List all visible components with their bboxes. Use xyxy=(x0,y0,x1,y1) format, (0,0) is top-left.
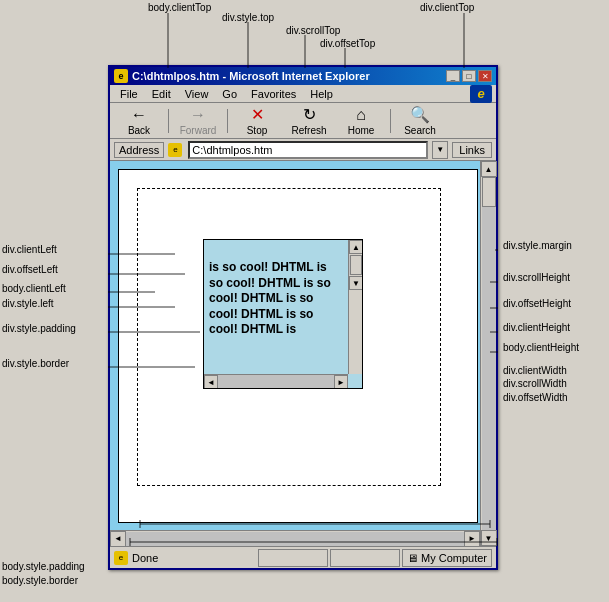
div-hscrollbar[interactable]: ◄ ► xyxy=(204,374,348,388)
toolbar-sep1 xyxy=(168,109,169,133)
inner-content: is so cool! DHTML is so cool! DHTML is s… xyxy=(118,169,478,523)
label-div-style-left: div.style.left xyxy=(2,298,54,309)
stop-label: Stop xyxy=(247,125,268,136)
label-div-scroll-top: div.scrollTop xyxy=(286,25,340,36)
vscroll-track xyxy=(349,255,362,275)
ie-logo: e xyxy=(470,85,492,103)
back-icon: ← xyxy=(131,106,147,124)
label-div-offset-height: div.offsetHeight xyxy=(503,298,571,309)
back-button[interactable]: ← Back xyxy=(114,106,164,136)
label-div-client-top2: div.clientTop xyxy=(420,2,474,13)
highlighted-div: is so cool! DHTML is so cool! DHTML is s… xyxy=(203,239,363,389)
links-button[interactable]: Links xyxy=(452,142,492,158)
title-bar-buttons: _ □ ✕ xyxy=(446,70,492,82)
refresh-button[interactable]: ↻ Refresh xyxy=(284,106,334,136)
label-body-client-height: body.clientHeight xyxy=(503,342,579,353)
address-bar: Address e C:\dhtmlpos.htm ▼ Links xyxy=(110,139,496,161)
browser-vscroll-track xyxy=(482,177,496,530)
hscroll-left-arrow[interactable]: ◄ xyxy=(204,375,218,389)
stop-button[interactable]: ✕ Stop xyxy=(232,106,282,136)
status-done: e Done xyxy=(114,551,158,565)
menu-edit[interactable]: Edit xyxy=(146,86,177,102)
forward-label: Forward xyxy=(180,125,217,136)
dashed-outer: is so cool! DHTML is so cool! DHTML is s… xyxy=(137,188,441,486)
label-body-client-top: body.clientTop xyxy=(148,2,211,13)
computer-label: My Computer xyxy=(421,552,487,564)
address-dropdown[interactable]: ▼ xyxy=(432,141,448,159)
minimize-button[interactable]: _ xyxy=(446,70,460,82)
vscroll-thumb[interactable] xyxy=(350,255,362,275)
address-favicon: e xyxy=(168,143,182,157)
label-div-style-border: div.style.border xyxy=(2,358,69,369)
browser-vscrollbar: ▲ ▼ xyxy=(480,161,496,546)
menu-file[interactable]: File xyxy=(114,86,144,102)
home-button[interactable]: ⌂ Home xyxy=(336,106,386,136)
label-body-client-left: body.clientLeft xyxy=(2,283,66,294)
title-text: C:\dhtmlpos.htm - Microsoft Internet Exp… xyxy=(132,70,370,82)
status-done-text: Done xyxy=(132,552,158,564)
label-div-offset-top: div.offsetTop xyxy=(320,38,375,49)
toolbar-sep2 xyxy=(227,109,228,133)
label-div-scroll-width: div.scrollWidth xyxy=(503,378,567,389)
label-div-client-width: div.clientWidth xyxy=(503,365,567,376)
stop-icon: ✕ xyxy=(251,105,264,124)
forward-button[interactable]: → Forward xyxy=(173,106,223,136)
menu-help[interactable]: Help xyxy=(304,86,339,102)
address-value: C:\dhtmlpos.htm xyxy=(192,144,272,156)
label-div-scroll-height: div.scrollHeight xyxy=(503,272,570,283)
close-button[interactable]: ✕ xyxy=(478,70,492,82)
search-icon: 🔍 xyxy=(410,105,430,124)
status-panel-2 xyxy=(330,549,400,567)
toolbar-sep3 xyxy=(390,109,391,133)
browser-hscroll-right[interactable]: ► xyxy=(464,531,480,547)
computer-icon: 🖥 xyxy=(407,552,418,564)
content-area: is so cool! DHTML is so cool! DHTML is s… xyxy=(110,161,496,541)
status-panel-1 xyxy=(258,549,328,567)
label-div-style-margin: div.style.margin xyxy=(503,240,572,251)
browser-vscroll-down[interactable]: ▼ xyxy=(481,530,497,546)
menu-view[interactable]: View xyxy=(179,86,215,102)
search-label: Search xyxy=(404,125,436,136)
label-div-client-height: div.clientHeight xyxy=(503,322,570,333)
maximize-button[interactable]: □ xyxy=(462,70,476,82)
address-label-text: Address xyxy=(114,142,164,158)
div-vscrollbar[interactable]: ▲ ▼ xyxy=(348,240,362,374)
home-label: Home xyxy=(348,125,375,136)
address-input[interactable]: C:\dhtmlpos.htm xyxy=(188,141,428,159)
title-bar-left: e C:\dhtmlpos.htm - Microsoft Internet E… xyxy=(114,69,370,83)
label-div-offset-left: div.offsetLeft xyxy=(2,264,58,275)
status-bar: e Done 🖥 My Computer xyxy=(110,546,496,568)
browser-hscroll-track xyxy=(126,532,464,546)
search-button[interactable]: 🔍 Search xyxy=(395,106,445,136)
vscroll-down-arrow[interactable]: ▼ xyxy=(349,276,363,290)
toolbar: ← Back → Forward ✕ Stop ↻ Refresh ⌂ Home xyxy=(110,103,496,139)
status-icon: e xyxy=(114,551,128,565)
forward-icon: → xyxy=(190,106,206,124)
diagram-container: body.clientTop div.style.top div.scrollT… xyxy=(0,0,609,602)
hscroll-right-arrow[interactable]: ► xyxy=(334,375,348,389)
browser-icon: e xyxy=(114,69,128,83)
vscroll-up-arrow[interactable]: ▲ xyxy=(349,240,363,254)
status-computer: 🖥 My Computer xyxy=(402,549,492,567)
label-body-style-border: body.style.border xyxy=(2,575,78,586)
browser-vscroll-up[interactable]: ▲ xyxy=(481,161,497,177)
label-div-style-top: div.style.top xyxy=(222,12,274,23)
label-body-style-padding: body.style.padding xyxy=(2,561,85,572)
div-content-text: is so cool! DHTML is so cool! DHTML is s… xyxy=(209,260,344,338)
refresh-label: Refresh xyxy=(291,125,326,136)
status-panels: 🖥 My Computer xyxy=(158,549,492,567)
home-icon: ⌂ xyxy=(356,106,366,124)
label-div-offset-width: div.offsetWidth xyxy=(503,392,568,403)
menu-bar: File Edit View Go Favorites Help e xyxy=(110,85,496,103)
label-div-style-padding: div.style.padding xyxy=(2,323,76,334)
menu-go[interactable]: Go xyxy=(216,86,243,102)
browser-hscroll-left[interactable]: ◄ xyxy=(110,531,126,547)
back-label: Back xyxy=(128,125,150,136)
browser-vscroll-thumb[interactable] xyxy=(482,177,496,207)
menu-favorites[interactable]: Favorites xyxy=(245,86,302,102)
refresh-icon: ↻ xyxy=(303,105,316,124)
browser-hscrollbar: ◄ ► xyxy=(110,530,480,546)
label-div-client-left: div.clientLeft xyxy=(2,244,57,255)
hscroll-track xyxy=(218,375,334,389)
title-bar: e C:\dhtmlpos.htm - Microsoft Internet E… xyxy=(110,67,496,85)
